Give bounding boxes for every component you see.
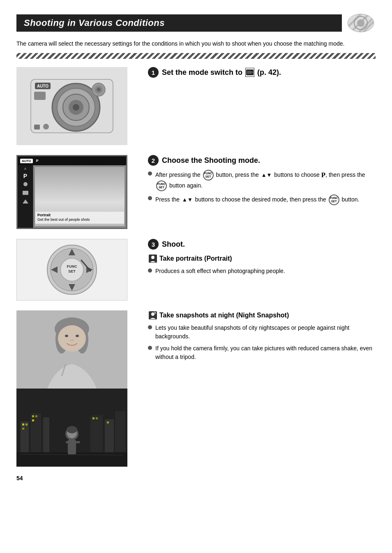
night-bullet1: Lets you take beautiful snapshots of cit… [148, 324, 376, 341]
step2-title: 2 Choose the Shooting mode. [148, 155, 376, 166]
cam-mode-icon2 [22, 190, 29, 197]
step1-title: 1 Set the mode switch to (p. 42). [148, 67, 376, 78]
bullet-circle [148, 171, 152, 176]
svg-rect-59 [35, 415, 37, 417]
night-mode-icon [148, 310, 158, 320]
cam-main: Portrait Get the best out of people shot… [33, 165, 126, 228]
bullet-circle3 [148, 268, 152, 273]
step1-image-col: AUTO [16, 67, 136, 145]
svg-rect-51 [43, 417, 49, 454]
step2-number: 2 [148, 155, 159, 166]
svg-point-46 [65, 335, 68, 337]
cam-auto-badge: AUTO [20, 159, 33, 163]
portrait-bullet: Produces a soft effect when photographin… [148, 267, 376, 275]
svg-point-7 [357, 19, 364, 27]
svg-rect-56 [25, 423, 28, 426]
cam-tooltip: Portrait Get the best out of people shot… [35, 212, 124, 224]
svg-point-16 [73, 104, 79, 111]
svg-rect-58 [32, 415, 34, 417]
night-subsection: Take snapshots at night (Night Snapshot)… [148, 310, 376, 361]
step2-bullet2: Press the ▲▼ buttons to choose the desir… [148, 194, 376, 205]
night-photo [16, 389, 127, 467]
section3-split: Take snapshots at night (Night Snapshot)… [16, 310, 376, 467]
cam-body: A P Portrait Get the [18, 165, 126, 228]
step1-image: AUTO [16, 67, 127, 145]
intro-text: The camera will select the necessary set… [16, 39, 376, 48]
page-number: 54 [16, 475, 376, 481]
step2-image-col: AUTO P A P [16, 155, 136, 229]
func-set-icon3: FUNCSET [329, 194, 339, 205]
svg-point-74 [154, 312, 156, 314]
bullet-circle2 [148, 196, 152, 200]
svg-rect-63 [107, 421, 109, 423]
svg-rect-26 [23, 191, 28, 195]
portrait-bullets: Produces a soft effect when photographin… [148, 267, 376, 275]
night-bullet2: If you hold the camera firmly, you can t… [148, 344, 376, 361]
page-title: Shooting in Various Conditions [16, 14, 342, 32]
night-bullets: Lets you take beautiful snapshots of cit… [148, 324, 376, 361]
step3-number: 3 [148, 239, 159, 250]
page-header: Shooting in Various Conditions [16, 12, 376, 34]
svg-rect-60 [32, 419, 34, 421]
cam-mode-icon1 [22, 181, 29, 188]
portrait-subsection: Take portraits (Portrait) Produces a sof… [148, 254, 376, 275]
svg-rect-57 [22, 428, 24, 430]
section3-images-col [16, 310, 136, 467]
night-title: Take snapshots at night (Night Snapshot) [148, 310, 376, 320]
arrow-updown-icon2: ▲▼ [182, 196, 193, 204]
svg-rect-52 [90, 415, 103, 454]
cam-mode-p: P [23, 173, 27, 179]
svg-marker-27 [23, 199, 28, 204]
svg-rect-61 [92, 417, 95, 419]
step3-title: 3 Shoot. [148, 239, 376, 250]
svg-point-39 [151, 256, 154, 259]
svg-point-71 [67, 426, 77, 433]
cam-mode-icon3 [22, 199, 29, 205]
svg-rect-20 [34, 125, 40, 130]
bullet-circle5 [148, 346, 152, 350]
svg-rect-62 [96, 417, 98, 419]
step2-camera-display: AUTO P A P [16, 155, 127, 229]
func-set-icon2: FUNCSET [156, 180, 167, 191]
step2-row: AUTO P A P [16, 155, 376, 229]
svg-rect-53 [105, 419, 114, 454]
portrait-mode-icon [148, 254, 158, 264]
step3-header-row: FUNC SET 3 Shoot. Take portra [16, 239, 376, 301]
svg-rect-54 [115, 411, 125, 454]
func-set-icon: FUNCSET [203, 170, 214, 180]
svg-text:AUTO: AUTO [37, 84, 48, 88]
cam-mode-auto: A [24, 167, 26, 171]
step3-func-image-col: FUNC SET [16, 239, 136, 301]
arrow-updown-icon: ▲▼ [261, 171, 272, 179]
svg-rect-68 [66, 441, 71, 443]
svg-rect-69 [75, 441, 80, 443]
svg-point-45 [58, 325, 86, 352]
portrait-title: Take portraits (Portrait) [148, 254, 376, 264]
svg-rect-49 [21, 421, 29, 454]
svg-point-19 [97, 88, 101, 92]
svg-rect-21 [43, 124, 49, 130]
section3-right-col: Take snapshots at night (Night Snapshot)… [148, 310, 376, 370]
step2-bullets: After pressing the FUNCSET button, press… [148, 170, 376, 205]
camera-mode-icon [245, 68, 254, 77]
func-button-image: FUNC SET [16, 239, 127, 301]
svg-rect-23 [247, 71, 251, 74]
svg-rect-11 [34, 92, 46, 100]
svg-point-25 [23, 182, 28, 186]
cam-top-bar: AUTO P [18, 156, 126, 165]
svg-point-24 [251, 72, 253, 74]
step1-number: 1 [148, 67, 159, 78]
svg-rect-55 [22, 423, 24, 426]
p-mode-label: P [321, 170, 325, 180]
step3-title-col: 3 Shoot. Take portraits (Portrait) Produ [148, 239, 376, 284]
svg-point-47 [76, 335, 79, 337]
header-camera-icon [346, 12, 376, 34]
step2-bullet1: After pressing the FUNCSET button, press… [148, 170, 376, 191]
svg-text:FUNC: FUNC [67, 264, 77, 268]
stripe-divider [16, 53, 376, 59]
step1-content: 1 Set the mode switch to (p. 42). [148, 67, 376, 82]
bullet-circle4 [148, 325, 152, 329]
step2-content: 2 Choose the Shooting mode. After pressi… [148, 155, 376, 208]
svg-text:SET: SET [68, 269, 76, 273]
step1-row: AUTO 1 Set the mode switch to [16, 67, 376, 145]
